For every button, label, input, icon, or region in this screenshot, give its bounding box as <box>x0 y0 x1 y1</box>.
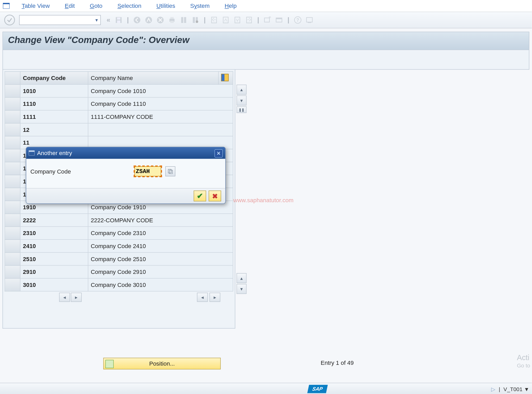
row-selector[interactable] <box>5 278 20 291</box>
row-selector[interactable] <box>5 97 20 110</box>
cell-company-name[interactable]: Company Code 2510 <box>88 253 233 266</box>
row-selector[interactable] <box>5 84 20 97</box>
cell-company-name[interactable]: Company Code 3010 <box>88 278 233 291</box>
row-selector[interactable] <box>5 162 20 175</box>
dialog-close-button[interactable]: ✕ <box>214 149 223 158</box>
shortcut-icon[interactable] <box>274 15 284 25</box>
cell-company-code[interactable]: 2410 <box>20 239 88 253</box>
hscroll-left2-icon[interactable]: ◄ <box>197 293 208 302</box>
cell-company-name[interactable]: Company Code 2310 <box>88 227 233 240</box>
cell-company-code[interactable]: 12 <box>20 123 88 136</box>
command-field[interactable]: ▼ <box>19 15 101 25</box>
column-header-code[interactable]: Company Code <box>20 71 88 84</box>
status-expand-icon[interactable]: ▷ <box>491 386 495 392</box>
value-help-button[interactable] <box>165 166 175 176</box>
dialog-cancel-button[interactable]: ✖ <box>209 190 221 201</box>
hscroll-left-icon[interactable]: ◄ <box>59 293 70 302</box>
prev-page-icon[interactable] <box>221 15 231 25</box>
scroll-down-icon[interactable]: ▼ <box>237 95 246 105</box>
cell-company-name[interactable] <box>88 123 233 136</box>
print-icon[interactable] <box>167 15 177 25</box>
table-row[interactable]: 11111111-COMPANY CODE <box>5 110 233 123</box>
save-icon[interactable] <box>114 15 124 25</box>
menu-help[interactable]: Help <box>217 3 244 9</box>
cell-company-code[interactable]: 1010 <box>20 84 88 97</box>
row-selector[interactable] <box>5 149 20 162</box>
menu-window-icon[interactable] <box>3 3 10 9</box>
cell-company-code[interactable]: 2510 <box>20 253 88 266</box>
next-page-icon[interactable] <box>232 15 242 25</box>
cell-company-name[interactable]: Company Code 2910 <box>88 265 233 278</box>
position-button[interactable]: Position... <box>103 358 221 370</box>
hscroll-right-icon[interactable]: ► <box>71 293 82 302</box>
enter-icon[interactable] <box>4 15 15 26</box>
menu-goto[interactable]: Goto <box>82 3 110 9</box>
row-selector[interactable] <box>5 175 20 188</box>
column-header-name[interactable]: Company Name <box>88 71 218 84</box>
cell-company-name[interactable]: 1111-COMPANY CODE <box>88 110 233 123</box>
row-selector[interactable] <box>5 227 20 240</box>
cell-company-name[interactable]: Company Code 2410 <box>88 239 233 253</box>
new-session-icon[interactable] <box>263 15 273 25</box>
row-selector[interactable] <box>5 253 20 266</box>
company-code-input[interactable] <box>135 166 161 176</box>
cell-company-name[interactable]: Company Code 1110 <box>88 97 233 110</box>
column-config-button[interactable] <box>218 71 233 84</box>
table-row[interactable]: 12 <box>5 123 233 136</box>
cell-company-code[interactable]: 2222 <box>20 214 88 227</box>
cell-company-name[interactable]: 2222-COMPANY CODE <box>88 214 233 227</box>
scroll-up-icon[interactable]: ▲ <box>237 85 246 95</box>
help-icon[interactable]: ? <box>293 15 303 25</box>
row-selector[interactable] <box>5 110 20 123</box>
first-page-icon[interactable] <box>209 15 219 25</box>
table-row[interactable]: 3010Company Code 3010 <box>5 278 233 291</box>
cell-company-code[interactable]: 2310 <box>20 227 88 240</box>
layout-icon[interactable] <box>304 15 314 25</box>
row-selector[interactable] <box>5 265 20 278</box>
scroll-up2-icon[interactable]: ▲ <box>237 273 246 283</box>
scroll-thumb[interactable]: ❚❚ <box>237 106 246 113</box>
menu-utilities[interactable]: Utilities <box>149 3 183 9</box>
scroll-down2-icon[interactable]: ▼ <box>237 284 246 294</box>
cell-company-code[interactable]: 3010 <box>20 278 88 291</box>
row-selector[interactable] <box>5 136 20 149</box>
table-row[interactable]: 2510Company Code 2510 <box>5 253 233 266</box>
menu-edit[interactable]: Edit <box>57 3 82 9</box>
cancel-icon[interactable] <box>155 15 165 25</box>
dialog-title-text: Another entry <box>37 150 72 156</box>
find-next-icon[interactable] <box>191 15 200 25</box>
row-selector[interactable] <box>5 214 20 227</box>
back-icon[interactable] <box>132 15 142 25</box>
entry-counter: Entry 1 of 49 <box>321 359 354 366</box>
table-row[interactable]: 2910Company Code 2910 <box>5 265 233 278</box>
row-selector[interactable] <box>5 188 20 201</box>
row-selector[interactable] <box>5 123 20 136</box>
table-row[interactable]: 1010Company Code 1010 <box>5 84 233 97</box>
row-selector[interactable] <box>5 239 20 253</box>
last-page-icon[interactable] <box>244 15 254 25</box>
page-title: Change View "Company Code": Overview <box>3 32 529 50</box>
cell-company-name[interactable]: Company Code 1010 <box>88 84 233 97</box>
menu-table-view[interactable]: Table View <box>14 3 57 9</box>
cell-company-code[interactable]: 2910 <box>20 265 88 278</box>
cell-company-code[interactable]: 1111 <box>20 110 88 123</box>
table-row[interactable]: 2410Company Code 2410 <box>5 239 233 253</box>
table-row[interactable]: 2310Company Code 2310 <box>5 227 233 240</box>
row-selector[interactable] <box>5 201 20 214</box>
menu-system[interactable]: System <box>183 3 217 9</box>
sap-logo: SAP <box>307 385 328 393</box>
dialog-ok-button[interactable]: ✔ <box>194 190 206 201</box>
hscroll-right2-icon[interactable]: ► <box>210 293 220 302</box>
menu-selection[interactable]: Selection <box>110 3 149 9</box>
svg-point-15 <box>196 20 199 23</box>
select-all-header[interactable] <box>5 71 20 84</box>
table-row[interactable]: 1110Company Code 1110 <box>5 97 233 110</box>
exit-icon[interactable] <box>144 15 154 25</box>
cell-company-code[interactable]: 1110 <box>20 97 88 110</box>
find-icon[interactable] <box>179 15 189 25</box>
dialog-title-bar[interactable]: Another entry ✕ <box>26 147 225 159</box>
table-row[interactable]: 22222222-COMPANY CODE <box>5 214 233 227</box>
menu-bar: Table View Edit Goto Selection Utilities… <box>0 0 532 12</box>
svg-rect-26 <box>308 22 311 23</box>
status-transaction[interactable]: V_T001 ▼ <box>503 386 529 392</box>
